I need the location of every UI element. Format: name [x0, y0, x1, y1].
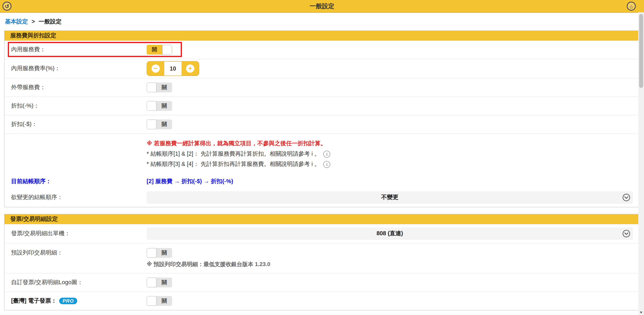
custom-logo-label: 自訂發票/交易明細Logo圖：	[11, 279, 147, 286]
default-print-label: 預設列印交易明細：	[11, 249, 147, 257]
dine-in-rate-stepper: − 10 +	[147, 61, 199, 76]
toggle-knob	[147, 101, 156, 111]
discount-amount-toggle[interactable]: 關	[147, 119, 172, 129]
toggle-off-label: 關	[156, 119, 172, 129]
einvoice-label-text: [臺灣] 電子發票：	[11, 297, 57, 305]
toggle-off-label: 關	[156, 83, 172, 92]
einvoice-toggle[interactable]: 關	[147, 296, 172, 306]
toggle-off-label: 關	[156, 248, 172, 258]
row-discount-amount: 折扣(-$)： 關	[4, 115, 640, 134]
breadcrumb: 基本設定 > 一般設定	[0, 13, 644, 30]
change-order-control: 不變更	[147, 191, 633, 204]
home-icon: ⌂	[630, 3, 633, 9]
toggle-knob	[162, 45, 172, 55]
dine-in-fee-control: 開	[147, 45, 633, 55]
einvoice-control: 關	[147, 296, 633, 306]
dine-in-rate-label: 內用服務費率(%)：	[11, 65, 147, 72]
row-takeout-fee: 外帶服務費： 關	[4, 78, 640, 97]
toggle-knob	[147, 278, 156, 287]
takeout-fee-label: 外帶服務費：	[11, 84, 147, 91]
default-print-line: 預設列印交易明細： 關	[11, 245, 633, 261]
toggle-off-label: 關	[156, 278, 172, 287]
checkout-order-note-2-text: * 結帳順序[3] & [4]： 先計算折扣再計算服務費。相關說明請參考 i 。	[147, 161, 320, 168]
notes-block: ※ 若服務費一經計算得出，就為獨立項目，不參與之後任一折扣計算。 * 結帳順序[…	[4, 134, 640, 175]
invoice-printer-control: 808 (直連)	[147, 227, 633, 240]
current-order-label: 目前結帳順序：	[11, 178, 147, 185]
scrollbar[interactable]: ▼	[638, 12, 644, 315]
breadcrumb-separator: >	[32, 18, 35, 25]
pro-badge: PRO	[59, 298, 77, 304]
change-order-select[interactable]: 不變更	[147, 191, 633, 204]
row-dine-in-rate: 內用服務費率(%)： − 10 +	[4, 59, 640, 78]
home-button[interactable]: ⌂	[627, 2, 636, 11]
scrollbar-down-arrow[interactable]: ▼	[638, 310, 644, 315]
row-invoice-printer: 發票/交易明細出單機： 808 (直連)	[4, 224, 640, 244]
checkout-order-note-1-text: * 結帳順序[1] & [2]： 先計算服務費再計算折扣。相關說明請參考 i 。	[147, 150, 320, 158]
section-header-service: 服務費與折扣設定	[4, 31, 640, 41]
discount-percent-toggle[interactable]: 關	[147, 101, 172, 111]
row-dine-in-fee: 內用服務費： 開	[4, 41, 640, 59]
section-header-invoice: 發票/交易明細設定	[4, 214, 640, 224]
breadcrumb-parent-link[interactable]: 基本設定	[5, 18, 28, 25]
discount-amount-label: 折扣(-$)：	[11, 121, 147, 128]
dine-in-fee-label: 內用服務費：	[11, 46, 147, 53]
toggle-knob	[147, 119, 156, 129]
dine-in-rate-control: − 10 +	[147, 61, 633, 76]
discount-amount-control: 關	[147, 119, 633, 129]
discount-percent-control: 關	[147, 101, 633, 111]
toggle-off-label: 關	[156, 296, 172, 306]
current-order-control: [2] 服務費 → 折扣(-$) → 折扣(-%)	[147, 178, 633, 185]
einvoice-label: [臺灣] 電子發票： PRO	[11, 297, 147, 305]
service-fee-section: 服務費與折扣設定 內用服務費： 開 內用服務費率(%)： − 10	[4, 30, 640, 207]
row-current-order: 目前結帳順序： [2] 服務費 → 折扣(-$) → 折扣(-%)	[4, 175, 640, 188]
page-title: 一般設定	[310, 2, 334, 10]
toggle-knob	[147, 248, 156, 258]
topbar: ↺ 一般設定 ⌂	[0, 0, 644, 13]
row-default-print: 預設列印交易明細： 關 ※ 預設列印交易明細：最低支援收銀台版本 1.23.0	[4, 244, 640, 274]
checkout-order-note-1: * 結帳順序[1] & [2]： 先計算服務費再計算折扣。相關說明請參考 i 。…	[147, 150, 633, 158]
chevron-down-icon	[622, 193, 630, 202]
section-title: 服務費與折扣設定	[10, 32, 56, 39]
row-change-order: 欲變更的結帳順序： 不變更	[4, 188, 640, 207]
back-icon: ↺	[5, 3, 9, 9]
breadcrumb-current: 一般設定	[38, 18, 62, 25]
increase-button[interactable]: +	[182, 62, 199, 76]
service-fee-warning: ※ 若服務費一經計算得出，就為獨立項目，不參與之後任一折扣計算。	[147, 140, 633, 147]
app-window: ↺ 一般設定 ⌂ 基本設定 > 一般設定 服務費與折扣設定 內用服務費： 開	[0, 0, 644, 315]
dine-in-rate-value[interactable]: 10	[164, 62, 182, 76]
back-button[interactable]: ↺	[2, 2, 12, 11]
current-order-value: [2] 服務費 → 折扣(-$) → 折扣(-%)	[147, 178, 233, 185]
row-einvoice: [臺灣] 電子發票： PRO 關	[4, 292, 640, 310]
toggle-on-label: 開	[147, 45, 162, 55]
custom-logo-control: 關	[147, 278, 633, 287]
default-print-control: 關	[147, 248, 633, 258]
scale-wrapper: ↺ 一般設定 ⌂ 基本設定 > 一般設定 服務費與折扣設定 內用服務費： 開	[0, 0, 644, 315]
default-print-toggle[interactable]: 關	[147, 248, 172, 258]
info-icon[interactable]: i	[323, 150, 330, 157]
invoice-section: 發票/交易明細設定 發票/交易明細出單機： 808 (直連) 預設列印交易明細：	[4, 214, 640, 311]
chevron-down-icon	[622, 230, 630, 238]
custom-logo-toggle[interactable]: 關	[147, 278, 172, 287]
minus-icon: −	[152, 64, 160, 73]
info-icon[interactable]: i	[323, 161, 330, 168]
plus-icon: +	[186, 64, 194, 73]
invoice-printer-select[interactable]: 808 (直連)	[147, 227, 633, 240]
takeout-fee-toggle[interactable]: 關	[147, 83, 172, 92]
change-order-label: 欲變更的結帳順序：	[11, 194, 147, 201]
section-title: 發票/交易明細設定	[10, 216, 58, 223]
toggle-knob	[147, 296, 156, 306]
toggle-off-label: 關	[156, 101, 172, 111]
invoice-printer-selected-value: 808 (直連)	[376, 230, 403, 237]
invoice-printer-label: 發票/交易明細出單機：	[11, 230, 147, 237]
takeout-fee-control: 關	[147, 83, 633, 92]
change-order-selected-value: 不變更	[381, 194, 398, 201]
decrease-button[interactable]: −	[147, 62, 164, 76]
dine-in-fee-toggle[interactable]: 開	[147, 45, 172, 55]
default-print-note: ※ 預設列印交易明細：最低支援收銀台版本 1.23.0	[147, 261, 633, 268]
row-discount-percent: 折扣(-%)： 關	[4, 97, 640, 115]
discount-percent-label: 折扣(-%)：	[11, 102, 147, 110]
row-custom-logo: 自訂發票/交易明細Logo圖： 關	[4, 274, 640, 292]
toggle-knob	[147, 83, 156, 92]
scrollbar-thumb[interactable]	[639, 14, 643, 88]
checkout-order-note-2: * 結帳順序[3] & [4]： 先計算折扣再計算服務費。相關說明請參考 i 。…	[147, 161, 633, 168]
